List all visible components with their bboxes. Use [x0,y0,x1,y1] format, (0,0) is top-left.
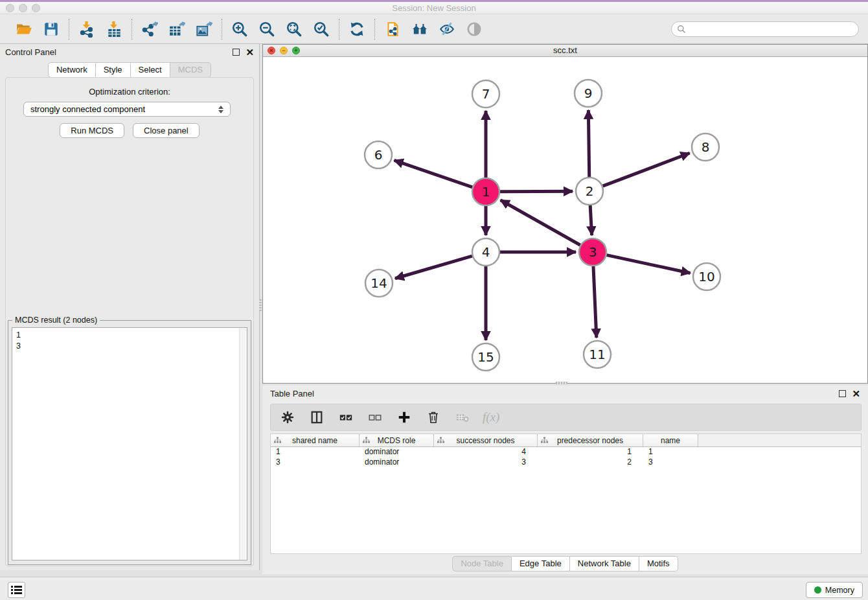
table-row[interactable]: 1 dominator 4 1 1 [271,447,861,457]
hierarchy-icon [274,437,281,444]
table-panel: Table Panel ✕ f(x) [262,386,868,574]
table-settings-gear-icon[interactable] [279,408,297,426]
export-image-icon[interactable] [195,20,213,38]
zoom-selected-icon[interactable] [312,20,330,38]
cell-successor-nodes[interactable]: 3 [434,457,538,468]
network-minimize-icon[interactable]: − [280,47,288,54]
tab-node-table[interactable]: Node Table [452,556,512,571]
edge-3-11[interactable] [593,266,597,338]
import-network-icon[interactable] [78,20,96,38]
node-2[interactable]: 2 [576,178,603,205]
import-table-icon[interactable] [105,20,123,38]
column-header-successor-nodes[interactable]: successor nodes [434,434,538,446]
edge-2-9[interactable] [588,110,589,177]
edge-1-6[interactable] [394,160,473,187]
node-1[interactable]: 1 [472,178,499,205]
svg-text:10: 10 [698,269,714,284]
node-6[interactable]: 6 [365,141,392,168]
table-row[interactable]: 3 dominator 3 2 3 [271,457,861,468]
cell-shared-name[interactable]: 1 [271,447,360,457]
search-input[interactable] [686,25,853,34]
duplicate-network-icon[interactable] [383,20,402,38]
open-file-icon[interactable] [15,20,33,38]
zoom-fit-icon[interactable] [285,20,303,38]
edge-3-1[interactable] [501,200,580,245]
vertical-splitter-handle[interactable] [259,299,262,311]
save-session-icon[interactable] [42,20,60,38]
show-columns-icon[interactable] [308,408,326,426]
result-scrollbar[interactable] [239,328,247,560]
close-table-panel-icon[interactable]: ✕ [852,390,860,397]
node-8[interactable]: 8 [692,133,719,161]
cell-name[interactable]: 1 [643,447,698,457]
search-icon [677,25,686,34]
tab-motifs[interactable]: Motifs [639,556,678,571]
hide-graphics-details-icon[interactable] [438,20,456,38]
svg-text:1: 1 [482,184,490,200]
zoom-out-icon[interactable] [258,20,276,38]
export-network-icon[interactable] [141,20,159,38]
column-header-name[interactable]: name [643,434,698,446]
node-15[interactable]: 15 [472,343,499,371]
node-11[interactable]: 11 [584,341,611,368]
tab-select[interactable]: Select [131,62,170,78]
network-maximize-icon[interactable]: + [292,47,300,54]
edge-2-8[interactable] [603,153,690,186]
zoom-in-icon[interactable] [231,20,249,38]
tab-network-table[interactable]: Network Table [570,556,639,571]
svg-text:11: 11 [589,347,605,362]
deselect-all-columns-icon[interactable] [366,408,384,426]
cell-shared-name[interactable]: 3 [271,457,360,468]
edge-3-10[interactable] [607,255,691,273]
edge-2-3[interactable] [590,205,591,235]
cell-successor-nodes[interactable]: 4 [434,447,538,457]
column-header-shared-name[interactable]: shared name [271,434,360,446]
cell-predecessor-nodes[interactable]: 1 [538,447,643,457]
task-history-button[interactable] [8,582,25,598]
optimization-criterion-select[interactable]: strongly connected component [23,102,231,117]
tab-network[interactable]: Network [48,62,96,78]
mcds-result-textarea[interactable]: 1 3 [12,327,247,560]
close-panel-button[interactable]: Close panel [133,123,200,138]
create-column-icon[interactable] [395,408,413,426]
svg-text:9: 9 [584,86,593,101]
cell-mcds-role[interactable]: dominator [360,447,434,457]
select-all-columns-icon[interactable] [337,408,355,426]
export-table-icon[interactable] [168,20,186,38]
edge-4-14[interactable] [395,256,472,279]
cell-predecessor-nodes[interactable]: 2 [538,457,643,468]
node-14[interactable]: 14 [365,270,393,297]
close-panel-icon[interactable]: ✕ [246,49,254,56]
network-close-icon[interactable]: × [268,47,275,54]
horizontal-splitter-handle[interactable] [556,382,567,384]
run-mcds-button[interactable]: Run MCDS [60,123,124,138]
node-3[interactable]: 3 [579,238,606,266]
cell-mcds-role[interactable]: dominator [360,457,434,468]
refresh-icon[interactable] [348,20,366,38]
table-panel-header: Table Panel ✕ [262,386,868,401]
memory-button[interactable]: Memory [806,582,863,598]
float-table-panel-icon[interactable] [839,390,846,397]
optimization-criterion-label: Optimization criterion: [0,87,259,97]
node-4[interactable]: 4 [472,238,499,266]
network-canvas[interactable]: 7968124314101511 [263,57,867,383]
node-9[interactable]: 9 [575,80,602,107]
network-graph[interactable]: 7968124314101511 [263,57,867,383]
cell-name[interactable]: 3 [643,457,698,468]
tab-style[interactable]: Style [96,62,131,78]
network-window-titlebar[interactable]: × − + scc.txt [263,45,867,57]
delete-column-icon[interactable] [424,408,442,426]
tab-edge-table[interactable]: Edge Table [512,556,570,571]
node-10[interactable]: 10 [693,263,720,290]
show-graphics-details-icon[interactable] [465,20,483,38]
search-box[interactable] [671,21,859,37]
column-header-mcds-role[interactable]: MCDS role [360,434,434,446]
tab-mcds[interactable]: MCDS [170,62,211,78]
network-view-window: × − + scc.txt 7968124314101511 [262,44,868,384]
float-panel-icon[interactable] [233,49,240,56]
column-header-predecessor-nodes[interactable]: predecessor nodes [538,434,643,446]
home-layout-icon[interactable] [411,20,429,38]
edge-1-2[interactable] [500,191,573,192]
table-panel-title: Table Panel [270,389,314,398]
node-7[interactable]: 7 [472,80,499,108]
